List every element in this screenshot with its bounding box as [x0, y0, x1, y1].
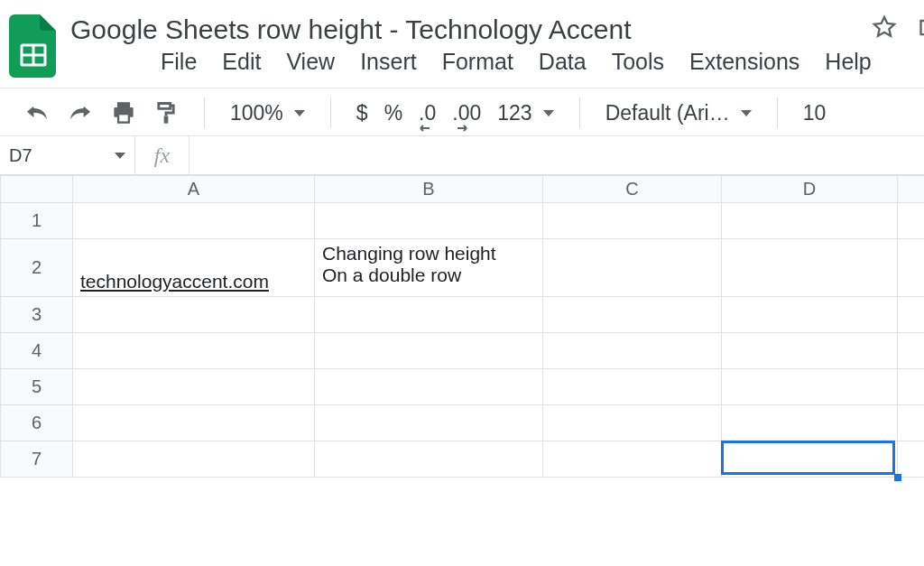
cell-c7[interactable] [543, 441, 722, 478]
cell-b2[interactable]: Changing row height On a double row [315, 239, 543, 297]
row-header-4[interactable]: 4 [1, 333, 73, 369]
number-format-dropdown[interactable]: 123 [497, 101, 553, 125]
svg-rect-5 [118, 114, 129, 122]
row-header-7[interactable]: 7 [1, 441, 73, 478]
chevron-down-icon [741, 110, 752, 116]
cell-b6[interactable] [315, 405, 543, 441]
row-header-6[interactable]: 6 [1, 405, 73, 441]
cell-b1[interactable] [315, 203, 543, 239]
cell-e6[interactable] [898, 405, 925, 441]
cell-e1[interactable] [898, 203, 925, 239]
column-header-b[interactable]: B [315, 176, 543, 203]
chevron-down-icon [294, 110, 305, 116]
cell-c2[interactable] [543, 239, 722, 297]
cell-a7[interactable] [73, 441, 315, 478]
sheets-app-icon[interactable] [9, 9, 56, 83]
zoom-dropdown[interactable]: 100% [230, 101, 305, 125]
cell-c6[interactable] [543, 405, 722, 441]
select-all-corner[interactable] [1, 176, 73, 203]
font-size-field[interactable]: 10 [803, 101, 827, 125]
cell-b4[interactable] [315, 333, 543, 369]
menu-extensions[interactable]: Extensions [689, 49, 799, 75]
row-header-1[interactable]: 1 [1, 203, 73, 239]
cell-b5[interactable] [315, 369, 543, 405]
cell-e5[interactable] [898, 369, 925, 405]
menu-format[interactable]: Format [442, 49, 513, 75]
cell-d3[interactable] [722, 297, 898, 333]
cell-d4[interactable] [722, 333, 898, 369]
cell-d5[interactable] [722, 369, 898, 405]
menu-insert[interactable]: Insert [360, 49, 417, 75]
name-box[interactable]: D7 [0, 136, 135, 174]
percent-button[interactable]: % [384, 101, 402, 125]
menu-help[interactable]: Help [825, 49, 871, 75]
spreadsheet-grid[interactable]: A B C D 1 2 technologyaccent.com Changin… [0, 175, 924, 478]
cell-b3[interactable] [315, 297, 543, 333]
currency-button[interactable]: $ [356, 101, 368, 125]
column-header-extra[interactable] [898, 176, 925, 203]
svg-rect-6 [164, 116, 169, 124]
paint-format-icon[interactable] [153, 100, 179, 125]
print-icon[interactable] [110, 101, 137, 125]
fx-icon: fx [135, 136, 189, 174]
decrease-decimal-button[interactable]: .0 [419, 101, 436, 125]
cell-e7[interactable] [898, 441, 925, 478]
menu-tools[interactable]: Tools [612, 49, 664, 75]
cell-d2[interactable] [722, 239, 898, 297]
cell-c1[interactable] [543, 203, 722, 239]
menu-file[interactable]: File [161, 49, 197, 75]
formula-bar-input[interactable] [189, 136, 924, 174]
cell-b7[interactable] [315, 441, 543, 478]
cell-a2[interactable]: technologyaccent.com [73, 239, 315, 297]
column-header-a[interactable]: A [73, 176, 315, 203]
row-header-3[interactable]: 3 [1, 297, 73, 333]
cell-c5[interactable] [543, 369, 722, 405]
cell-e3[interactable] [898, 297, 925, 333]
cell-c4[interactable] [543, 333, 722, 369]
svg-rect-3 [117, 102, 130, 107]
row-header-5[interactable]: 5 [1, 369, 73, 405]
menu-edit[interactable]: Edit [222, 49, 261, 75]
row-header-2[interactable]: 2 [1, 239, 73, 297]
move-to-drive-icon[interactable] [917, 14, 924, 40]
undo-icon[interactable] [23, 103, 51, 123]
chevron-down-icon [115, 153, 125, 159]
menu-data[interactable]: Data [539, 49, 587, 75]
cell-a6[interactable] [73, 405, 315, 441]
menu-view[interactable]: View [286, 49, 335, 75]
cell-d1[interactable] [722, 203, 898, 239]
cell-a5[interactable] [73, 369, 315, 405]
font-family-dropdown[interactable]: Default (Ari… [605, 101, 752, 125]
cell-a4[interactable] [73, 333, 315, 369]
cell-c3[interactable] [543, 297, 722, 333]
column-header-d[interactable]: D [722, 176, 898, 203]
chevron-down-icon [543, 110, 554, 116]
cell-d6[interactable] [722, 405, 898, 441]
increase-decimal-button[interactable]: .00 [452, 101, 481, 125]
cell-e2[interactable] [898, 239, 925, 297]
star-icon[interactable] [872, 14, 897, 40]
toolbar: 100% $ % .0 .00 123 Default (Ari… 10 [0, 88, 924, 135]
cell-a3[interactable] [73, 297, 315, 333]
document-title[interactable]: Google Sheets row height - Technology Ac… [70, 9, 872, 47]
cell-a1[interactable] [73, 203, 315, 239]
zoom-value: 100% [230, 101, 283, 125]
cell-d7[interactable] [722, 441, 898, 478]
cell-e4[interactable] [898, 333, 925, 369]
column-header-c[interactable]: C [543, 176, 722, 203]
redo-icon[interactable] [67, 103, 94, 123]
